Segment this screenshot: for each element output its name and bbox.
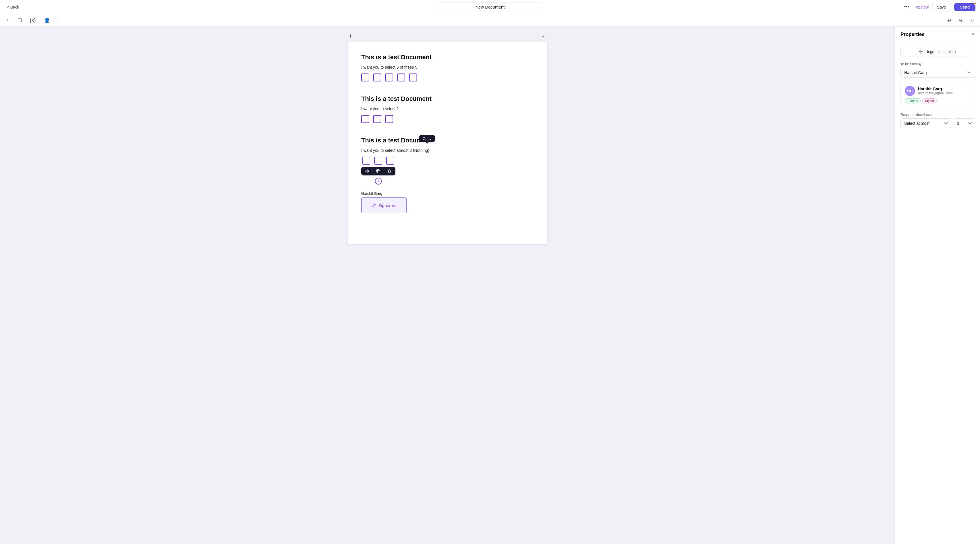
section-toolbar: + ··· [348, 32, 547, 40]
person-button[interactable]: 👤 [42, 16, 52, 25]
primary-badge: Primary [905, 98, 921, 103]
signer-card-top: HG Harshit Garg harshit.tsa@gmail.com [905, 86, 970, 96]
signer-card: HG Harshit Garg harshit.tsa@gmail.com Pr… [900, 82, 974, 107]
checkbox-3-2[interactable] [374, 157, 382, 165]
checkbox-1-4[interactable] [397, 73, 405, 81]
editor-toolbar: + ☐ {x} 👤 ↩ ↪ ⊡ [0, 14, 980, 27]
signature-box[interactable]: Signature [361, 197, 407, 213]
checkbox-1-3[interactable] [385, 73, 393, 81]
checkbox-3-3[interactable] [386, 157, 394, 165]
canvas-area: + ··· This is a test Document I want you… [0, 27, 894, 544]
add-checkbox-button[interactable]: + [375, 178, 382, 185]
svg-rect-0 [377, 170, 380, 173]
section-more-button[interactable]: ··· [542, 33, 546, 39]
document-section-2: This is a test Document I want you to se… [361, 95, 533, 123]
checkbox-2-1[interactable] [361, 115, 369, 123]
checkbox-3-1[interactable] [363, 157, 370, 165]
save-button[interactable]: Save [932, 3, 951, 11]
back-button[interactable]: < Back [5, 4, 21, 11]
checkbox-1-1[interactable] [361, 73, 369, 81]
section-2-checkboxes [361, 115, 533, 123]
mini-resize-button[interactable] [364, 168, 371, 174]
signer-name: Harshit Garg [918, 87, 970, 91]
checkbox-2-2[interactable] [373, 115, 381, 123]
section-1-text: I want you to select 3 of these 5 [361, 65, 533, 70]
signer-info: Harshit Garg harshit.tsa@gmail.com [918, 87, 970, 95]
svg-point-1 [920, 51, 921, 52]
required-type-select[interactable]: Select at most [900, 118, 951, 128]
section-2-text: I want you to select 2 [361, 107, 533, 111]
signer-badge: Signer [923, 98, 937, 103]
section-3-checkboxes [363, 157, 394, 165]
variable-button[interactable]: {x} [28, 16, 38, 24]
avatar: HG [905, 86, 915, 96]
redo-button[interactable]: ↪ [957, 16, 964, 25]
to-be-filled-label: To be filled by [900, 62, 974, 66]
required-number-select[interactable]: 3 [954, 118, 974, 128]
preview-button[interactable]: Preview [915, 5, 929, 10]
panel-header: Properties × [895, 27, 980, 42]
required-checkboxes-label: Required checkboxes [900, 113, 974, 117]
signature-text: Signature [378, 203, 396, 208]
checkbox-1-2[interactable] [373, 73, 381, 81]
document-title-input[interactable] [439, 3, 541, 11]
checkbox-1-5[interactable] [409, 73, 417, 81]
document-page: This is a test Document I want you to se… [348, 42, 547, 244]
undo-button[interactable]: ↩ [945, 16, 953, 25]
properties-panel: Properties × Ungroup checkbox To be fill… [894, 27, 980, 544]
document-section-3: This is a test Document I want you to se… [361, 137, 533, 213]
section-3-title: This is a test Document [361, 137, 533, 144]
section-3-text: I want you to select atmost 3 (Nothing) [361, 148, 533, 153]
checkbox-2-3[interactable] [385, 115, 393, 123]
assignee-select[interactable]: Harshit Garg [900, 68, 974, 78]
add-element-button[interactable]: + [5, 16, 11, 24]
toolbar-right: ↩ ↪ ⊡ [945, 16, 975, 25]
ungroup-button[interactable]: Ungroup checkbox [900, 47, 974, 56]
panel-close-button[interactable]: × [971, 31, 974, 37]
signer-badges: Primary Signer [905, 98, 970, 103]
panel-title: Properties [900, 32, 924, 37]
top-nav: < Back ••• Preview Save Send [0, 0, 980, 14]
nav-right: ••• Preview Save Send [902, 3, 975, 11]
section-add-button[interactable]: + [349, 32, 352, 40]
nav-more-button[interactable]: ••• [902, 3, 911, 11]
section-1-checkboxes [361, 73, 533, 81]
signer-email: harshit.tsa@gmail.com [918, 91, 970, 95]
document-section-1: This is a test Document I want you to se… [361, 54, 533, 81]
mini-copy-button[interactable] [375, 168, 382, 174]
send-notification-badge [974, 2, 977, 5]
main-layout: + ··· This is a test Document I want you… [0, 27, 980, 544]
toolbar-separator [57, 17, 58, 24]
panel-body: Ungroup checkbox To be filled by Harshit… [895, 42, 980, 133]
page-button[interactable]: ☐ [16, 16, 24, 25]
signature-label: Harshit Garg [361, 191, 533, 196]
mini-separator [372, 169, 373, 173]
mini-toolbar [361, 167, 395, 175]
required-row: Select at most 3 [900, 118, 974, 128]
section-2-title: This is a test Document [361, 95, 533, 103]
send-button[interactable]: Send [955, 3, 975, 11]
mini-delete-button[interactable] [386, 168, 393, 174]
section-1-title: This is a test Document [361, 54, 533, 61]
crop-button[interactable]: ⊡ [968, 16, 975, 25]
